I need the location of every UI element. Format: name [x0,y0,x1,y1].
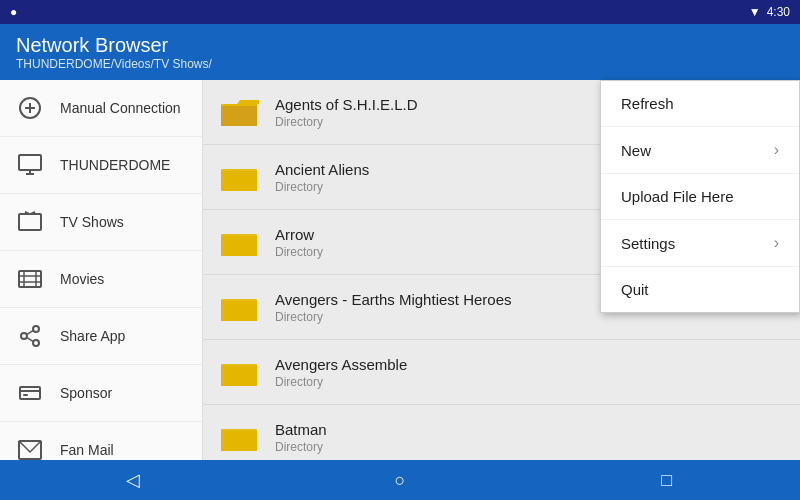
svg-rect-19 [20,387,40,399]
context-menu: Refresh New › Upload File Here Settings … [600,80,800,313]
dir-name: Agents of S.H.I.E.L.D [275,96,418,113]
dir-type: Directory [275,245,323,259]
svg-rect-28 [221,169,257,191]
context-menu-item-label: New [621,142,651,159]
svg-rect-32 [221,299,257,321]
sidebar-item-label: Share App [60,328,125,344]
sidebar-item-tv-shows[interactable]: TV Shows [0,194,202,251]
dir-type: Directory [275,375,407,389]
folder-icon [219,222,259,262]
add-circle-icon [16,94,44,122]
dir-name: Batman [275,421,327,438]
status-right: ▼ 4:30 [749,5,790,19]
sidebar-item-label: Movies [60,271,104,287]
tv-icon [16,208,44,236]
dir-type: Directory [275,180,369,194]
svg-point-16 [33,340,39,346]
sidebar-item-share-app[interactable]: Share App [0,308,202,365]
time-display: 4:30 [767,5,790,19]
svg-line-17 [27,330,34,334]
dir-info: Avengers Assemble Directory [275,356,407,389]
directory-item[interactable]: Batman Directory [203,405,800,460]
sidebar: Manual Connection THUNDERDOME TV Sho [0,80,203,460]
svg-line-18 [27,337,34,341]
sidebar-item-label: Sponsor [60,385,112,401]
app-header: Network Browser THUNDERDOME/Videos/TV Sh… [0,24,800,80]
bottom-nav: ◁ ○ □ [0,460,800,500]
sidebar-item-label: Manual Connection [60,100,181,116]
folder-icon [219,417,259,457]
context-menu-item-label: Settings [621,235,675,252]
status-left: ● [10,5,17,19]
folder-icon [219,352,259,392]
app-title: Network Browser [16,34,784,57]
folder-icon [219,287,259,327]
sidebar-item-label: THUNDERDOME [60,157,170,173]
folder-icon [219,92,259,132]
dir-type: Directory [275,440,327,454]
dir-name: Arrow [275,226,323,243]
wifi-icon: ▼ [749,5,761,19]
svg-rect-9 [19,271,41,287]
svg-rect-6 [19,214,41,230]
dir-info: Avengers - Earths Mightiest Heroes Direc… [275,291,512,324]
chevron-right-icon: › [774,234,779,252]
dir-info: Ancient Aliens Directory [275,161,369,194]
svg-rect-34 [221,364,257,386]
sidebar-item-label: TV Shows [60,214,124,230]
breadcrumb: THUNDERDOME/Videos/TV Shows/ [16,57,784,71]
sidebar-item-fan-mail[interactable]: Fan Mail [0,422,202,460]
sidebar-item-sponsor[interactable]: Sponsor [0,365,202,422]
link-icon [16,379,44,407]
directory-item[interactable]: Avengers Assemble Directory [203,340,800,405]
svg-rect-26 [221,106,257,126]
dir-info: Batman Directory [275,421,327,454]
dir-info: Arrow Directory [275,226,323,259]
home-button[interactable]: ○ [380,460,420,500]
context-menu-item-label: Quit [621,281,649,298]
movie-icon [16,265,44,293]
sidebar-item-movies[interactable]: Movies [0,251,202,308]
sidebar-item-manual-connection[interactable]: Manual Connection [0,80,202,137]
context-menu-refresh[interactable]: Refresh [601,81,799,127]
dir-name: Ancient Aliens [275,161,369,178]
svg-point-14 [33,326,39,332]
dir-name: Avengers Assemble [275,356,407,373]
context-menu-upload[interactable]: Upload File Here [601,174,799,220]
chevron-right-icon: › [774,141,779,159]
context-menu-quit[interactable]: Quit [601,267,799,312]
share-icon [16,322,44,350]
context-menu-settings[interactable]: Settings › [601,220,799,267]
context-menu-item-label: Refresh [621,95,674,112]
sidebar-item-thunderdome[interactable]: THUNDERDOME [0,137,202,194]
svg-rect-30 [221,234,257,256]
recent-button[interactable]: □ [647,460,687,500]
notification-dot: ● [10,5,17,19]
dir-type: Directory [275,310,512,324]
context-menu-new[interactable]: New › [601,127,799,174]
svg-point-15 [21,333,27,339]
svg-rect-3 [19,155,41,170]
status-bar: ● ▼ 4:30 [0,0,800,24]
back-button[interactable]: ◁ [113,460,153,500]
context-menu-item-label: Upload File Here [621,188,734,205]
dir-info: Agents of S.H.I.E.L.D Directory [275,96,418,129]
folder-icon [219,157,259,197]
mail-icon [16,436,44,460]
sidebar-item-label: Fan Mail [60,442,114,458]
main-layout: Manual Connection THUNDERDOME TV Sho [0,80,800,460]
dir-type: Directory [275,115,418,129]
monitor-icon [16,151,44,179]
svg-rect-36 [221,429,257,451]
dir-name: Avengers - Earths Mightiest Heroes [275,291,512,308]
